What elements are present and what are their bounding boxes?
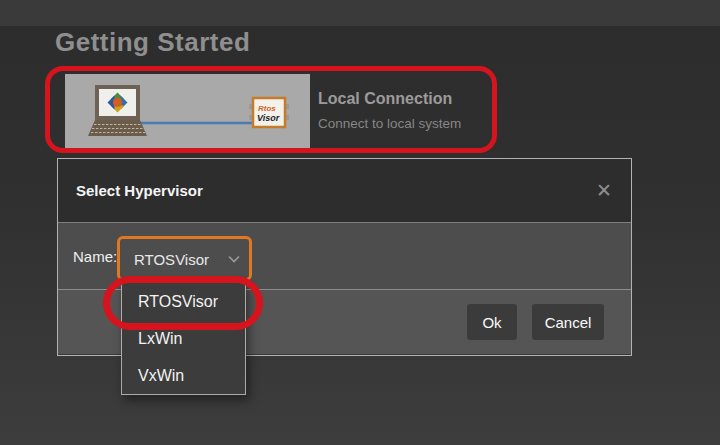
local-connection-card[interactable]: Rtos Visor [65, 74, 310, 150]
local-connection-illustration: Rtos Visor [65, 74, 310, 150]
dialog-header: Select Hypervisor ✕ [58, 159, 631, 223]
dropdown-option-lxwin[interactable]: LxWin [122, 320, 245, 357]
hypervisor-dropdown-popup: RTOSVisor LxWin VxWin [121, 282, 246, 395]
ok-button[interactable]: Ok [467, 304, 517, 340]
close-icon[interactable]: ✕ [591, 178, 617, 204]
chevron-down-icon [228, 253, 240, 265]
svg-text:Visor: Visor [257, 113, 280, 123]
local-connection-title: Local Connection [318, 90, 461, 108]
dialog-title: Select Hypervisor [58, 182, 203, 199]
hypervisor-select-value: RTOSVisor [121, 251, 209, 268]
laptop-icon [88, 85, 147, 136]
hypervisor-select[interactable]: RTOSVisor [121, 241, 249, 278]
dialog-body: Name: RTOSVisor [58, 223, 631, 290]
title-bar [0, 0, 720, 26]
cancel-button[interactable]: Cancel [532, 304, 604, 340]
svg-text:Rtos: Rtos [258, 104, 276, 113]
name-label: Name: [73, 248, 117, 265]
dropdown-option-vxwin[interactable]: VxWin [122, 357, 245, 394]
rtosvisor-chip-icon: Rtos Visor [249, 98, 289, 127]
local-connection-subtitle: Connect to local system [318, 116, 461, 131]
page-title: Getting Started [55, 27, 250, 58]
dropdown-option-rtosvisor[interactable]: RTOSVisor [122, 283, 245, 320]
